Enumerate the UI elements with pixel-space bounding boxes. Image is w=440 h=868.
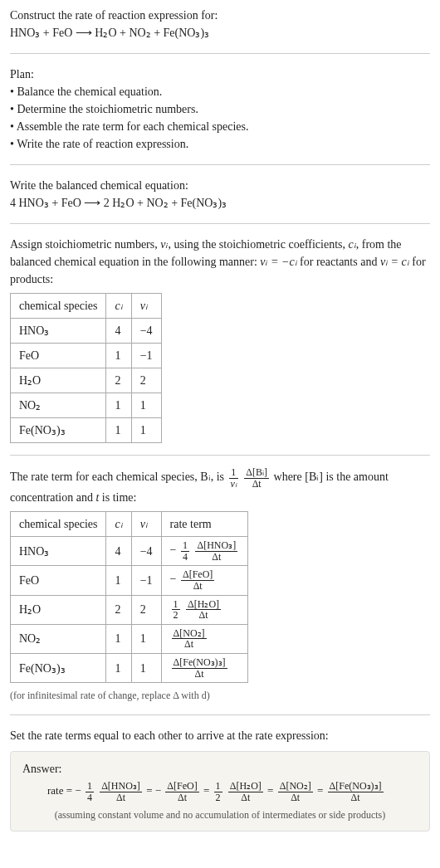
stoich-section: Assign stoichiometric numbers, νᵢ, using… bbox=[10, 236, 430, 443]
cell-species: Fe(NO₃)₃ bbox=[11, 418, 106, 443]
c-i: cᵢ bbox=[349, 238, 356, 251]
divider bbox=[10, 455, 430, 456]
rel-react: νᵢ = −cᵢ bbox=[260, 256, 296, 268]
col-ci: cᵢ bbox=[106, 294, 131, 319]
table-row: H₂O 2 2 1 2 Δ[H₂O] Δt bbox=[11, 595, 248, 624]
frac-dB-dt: Δ[Bᵢ] Δt bbox=[242, 467, 271, 489]
cell-species: Fe(NO₃)₃ bbox=[11, 653, 106, 682]
cell-nui: −4 bbox=[131, 537, 161, 566]
divider bbox=[10, 223, 430, 224]
cell-ci: 4 bbox=[106, 319, 131, 344]
frac-num: Δ[FeO] bbox=[165, 781, 198, 792]
sign: − bbox=[155, 784, 161, 797]
delta-frac: Δ[Fe(NO₃)₃] Δt bbox=[326, 781, 385, 802]
cell-rate: Δ[NO₂] Δt bbox=[161, 624, 248, 653]
answer-assumption: (assuming constant volume and no accumul… bbox=[22, 807, 418, 822]
col-rate: rate term bbox=[161, 512, 248, 537]
cell-rate: 1 2 Δ[H₂O] Δt bbox=[161, 595, 248, 624]
prompt-header: Construct the rate of reaction expressio… bbox=[10, 7, 430, 41]
cell-nui: 2 bbox=[131, 595, 161, 624]
sign: − bbox=[75, 784, 81, 797]
text: is time: bbox=[99, 491, 136, 504]
coef-frac: 1 2 bbox=[170, 599, 182, 621]
cell-ci: 2 bbox=[106, 595, 131, 624]
table-row: H₂O 2 2 bbox=[11, 368, 162, 393]
frac-den: 4 bbox=[86, 792, 94, 803]
table-row: NO₂ 1 1 Δ[NO₂] Δt bbox=[11, 624, 248, 653]
delta-frac: Δ[FeO] Δt bbox=[179, 569, 216, 591]
answer-box: Answer: rate = − 1 4 Δ[HNO₃] Δt = − Δ[Fe… bbox=[10, 751, 430, 831]
frac-num: 1 bbox=[181, 540, 189, 552]
cell-nui: 2 bbox=[131, 368, 161, 393]
frac-num: Δ[NO₂] bbox=[172, 628, 207, 640]
table-row: HNO₃ 4 −4 bbox=[11, 319, 162, 344]
rateterm-section: The rate term for each chemical species,… bbox=[10, 467, 430, 703]
frac-den: 2 bbox=[172, 610, 180, 621]
col-ci: cᵢ bbox=[106, 512, 131, 537]
cell-species: NO₂ bbox=[11, 624, 106, 653]
cell-rate: Δ[Fe(NO₃)₃] Δt bbox=[161, 653, 248, 682]
plan-item: • Assemble the rate term for each chemic… bbox=[10, 118, 430, 135]
coef-frac: 1 2 bbox=[213, 781, 224, 802]
divider bbox=[10, 714, 430, 715]
rel-prod: νᵢ = cᵢ bbox=[380, 256, 409, 268]
frac-num: 1 bbox=[229, 467, 238, 479]
final-intro: Set the rate terms equal to each other t… bbox=[10, 727, 430, 744]
frac-den: νᵢ bbox=[229, 479, 238, 490]
plan-section: Plan: • Balance the chemical equation. •… bbox=[10, 66, 430, 153]
frac-den: Δt bbox=[165, 792, 198, 803]
col-species: chemical species bbox=[11, 294, 106, 319]
cell-species: FeO bbox=[11, 344, 106, 368]
delta-frac: Δ[H₂O] Δt bbox=[227, 781, 265, 802]
final-section: Set the rate terms equal to each other t… bbox=[10, 727, 430, 831]
cell-species: H₂O bbox=[11, 595, 106, 624]
cell-ci: 1 bbox=[106, 393, 131, 418]
text: for reactants and bbox=[297, 256, 380, 268]
frac-den: Δt bbox=[186, 610, 221, 621]
balanced-intro: Write the balanced chemical equation: bbox=[10, 177, 430, 194]
unbalanced-equation: HNO₃ + FeO ⟶ H₂O + NO₂ + Fe(NO₃)₃ bbox=[10, 24, 430, 41]
rate-expression: rate = − 1 4 Δ[HNO₃] Δt = − Δ[FeO] Δt = … bbox=[22, 781, 418, 802]
frac-num: Δ[FeO] bbox=[181, 569, 214, 581]
cell-species: FeO bbox=[11, 566, 106, 595]
stoich-table: chemical species cᵢ νᵢ HNO₃ 4 −4 FeO 1 −… bbox=[10, 293, 162, 443]
frac-num: Δ[Fe(NO₃)₃] bbox=[328, 781, 384, 792]
frac-1-over-nu: 1 νᵢ bbox=[227, 467, 240, 489]
balanced-section: Write the balanced chemical equation: 4 … bbox=[10, 177, 430, 212]
delta-frac: Δ[Fe(NO₃)₃] Δt bbox=[170, 657, 229, 679]
frac-num: Δ[Fe(NO₃)₃] bbox=[172, 657, 227, 669]
col-nui: νᵢ bbox=[131, 512, 161, 537]
table-row: FeO 1 −1 bbox=[11, 344, 162, 368]
eq-sep: = bbox=[146, 784, 155, 797]
table-row: NO₂ 1 1 bbox=[11, 393, 162, 418]
frac-num: 1 bbox=[86, 781, 94, 792]
cell-nui: 1 bbox=[131, 418, 161, 443]
divider bbox=[10, 164, 430, 165]
frac-num: 1 bbox=[172, 599, 180, 611]
table-row: Fe(NO₃)₃ 1 1 Δ[Fe(NO₃)₃] Δt bbox=[11, 653, 248, 682]
frac-den: Δt bbox=[228, 792, 263, 803]
delta-frac: Δ[NO₂] Δt bbox=[170, 628, 208, 650]
balanced-equation: 4 HNO₃ + FeO ⟶ 2 H₂O + NO₂ + Fe(NO₃)₃ bbox=[10, 194, 430, 212]
cell-nui: 1 bbox=[131, 624, 161, 653]
frac-num: Δ[HNO₃] bbox=[195, 540, 237, 552]
frac-den: Δt bbox=[172, 669, 227, 680]
frac-num: Δ[HNO₃] bbox=[100, 781, 142, 792]
stoich-intro: Assign stoichiometric numbers, νᵢ, using… bbox=[10, 236, 430, 288]
cell-nui: −1 bbox=[131, 344, 161, 368]
frac-num: 1 bbox=[214, 781, 222, 792]
text: , using the stoichiometric coefficients, bbox=[168, 238, 348, 251]
coef-frac: 1 4 bbox=[179, 540, 191, 562]
eq-sep: = bbox=[267, 784, 276, 797]
cell-nui: −4 bbox=[131, 319, 161, 344]
rateterm-intro: The rate term for each chemical species,… bbox=[10, 467, 430, 506]
prompt-title: Construct the rate of reaction expressio… bbox=[10, 7, 430, 24]
col-nui: νᵢ bbox=[131, 294, 161, 319]
cell-species: HNO₃ bbox=[11, 319, 106, 344]
rateterm-footnote: (for infinitesimal rate of change, repla… bbox=[10, 688, 430, 703]
cell-nui: 1 bbox=[131, 653, 161, 682]
table-row: HNO₃ 4 −4 − 1 4 Δ[HNO₃] Δt bbox=[11, 537, 248, 566]
delta-frac: Δ[HNO₃] Δt bbox=[98, 781, 144, 802]
answer-label: Answer: bbox=[22, 760, 418, 778]
rate-label: rate = bbox=[47, 784, 75, 797]
